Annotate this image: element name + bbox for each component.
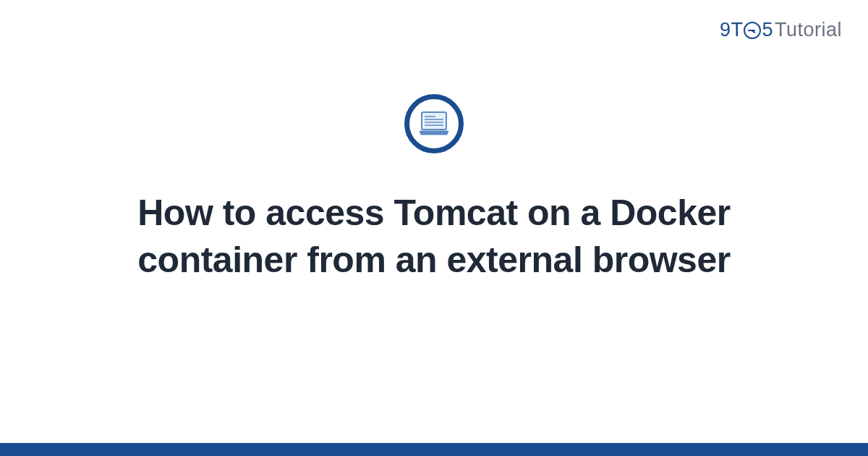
main-content: How to access Tomcat on a Docker contain…	[0, 94, 868, 284]
logo-text-5: 5	[762, 19, 773, 41]
clock-icon	[744, 22, 761, 39]
footer-bar	[0, 443, 868, 456]
logo-text-9t: 9T	[720, 19, 744, 41]
article-title: How to access Tomcat on a Docker contain…	[101, 190, 767, 284]
site-logo[interactable]: 9T 5 Tutorial	[720, 19, 842, 41]
header: 9T 5 Tutorial	[720, 19, 842, 41]
article-icon-circle	[404, 94, 464, 153]
logo-text-tutorial: Tutorial	[775, 19, 842, 41]
laptop-icon	[418, 111, 450, 137]
svg-rect-0	[422, 112, 446, 130]
